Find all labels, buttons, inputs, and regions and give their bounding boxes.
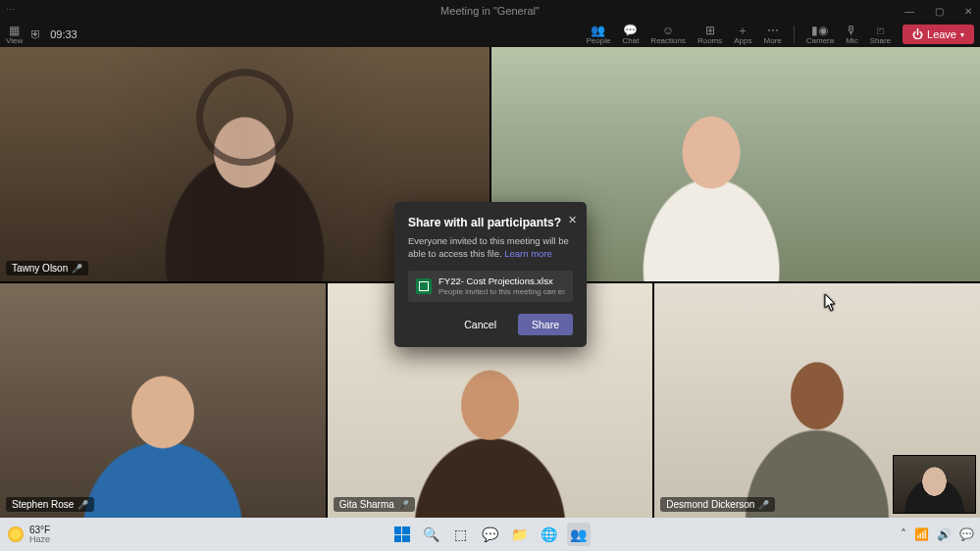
tray-chevron-icon[interactable]: ˄ (901, 527, 906, 541)
system-tray: ˄ 📶 🔊 💬 (901, 527, 974, 541)
participant-name-tag: Stephen Rose 🎤 (6, 497, 94, 512)
apps-button[interactable]: ＋ Apps (734, 24, 751, 45)
chat-bubble-icon: 💬 (482, 526, 498, 542)
mic-icon: 🎤 (398, 500, 409, 510)
camera-button[interactable]: ▮◉ Camera (806, 24, 834, 45)
task-view-button[interactable]: ⬚ (449, 523, 473, 546)
more-icon: ⋯ (767, 24, 779, 36)
titlebar-menu-icon[interactable]: ⋯ (6, 4, 17, 15)
edge-button[interactable]: 🌐 (538, 523, 561, 546)
maximize-icon[interactable]: ▢ (931, 0, 947, 22)
meeting-timer: 09:33 (50, 28, 77, 40)
dialog-close-icon[interactable]: ✕ (568, 214, 577, 226)
grid-icon: ▦ (9, 24, 20, 36)
leave-button[interactable]: ⏻ Leave ▾ (903, 25, 974, 44)
mic-icon: 🎙 (846, 24, 857, 36)
share-dialog: Share with all participants? ✕ Everyone … (394, 202, 587, 347)
network-icon[interactable]: 📶 (914, 527, 929, 541)
rooms-button[interactable]: ⊞ Rooms (697, 24, 722, 45)
cancel-button[interactable]: Cancel (450, 314, 510, 335)
chevron-down-icon: ▾ (960, 30, 964, 39)
rooms-icon: ⊞ (705, 24, 715, 36)
notifications-icon[interactable]: 💬 (959, 527, 974, 541)
view-button[interactable]: ▦ View (6, 24, 23, 45)
windows-taskbar: 63°F Haze 🔍 ⬚ 💬 📁 🌐 👥 ˄ 📶 🔊 💬 (0, 518, 980, 551)
self-view-tile[interactable] (893, 455, 976, 514)
participant-name-tag: Tawny Olson 🎤 (6, 261, 88, 276)
participant-video (0, 283, 326, 518)
folder-icon: 📁 (511, 526, 528, 542)
explorer-button[interactable]: 📁 (508, 523, 532, 546)
start-button[interactable] (390, 523, 414, 546)
people-icon: 👥 (591, 24, 605, 36)
sun-icon (8, 526, 24, 542)
chat-taskbar-button[interactable]: 💬 (479, 523, 502, 546)
more-button[interactable]: ⋯ More (764, 24, 782, 45)
file-permission-label: People invited to this meeting can edit (438, 287, 565, 296)
participant-tile[interactable]: Stephen Rose 🎤 (0, 283, 326, 518)
dialog-body: Everyone invited to this meeting will be… (408, 235, 573, 261)
share-button[interactable]: ⏍ Share (870, 24, 891, 45)
people-button[interactable]: 👥 People (587, 24, 611, 45)
smile-icon: ☺ (662, 24, 674, 36)
chat-icon: 💬 (623, 24, 638, 36)
plus-icon: ＋ (737, 24, 748, 36)
teams-icon: 👥 (570, 526, 587, 542)
weather-temp: 63°F (29, 526, 50, 535)
file-attachment-row[interactable]: FY22- Cost Projections.xlsx People invit… (408, 271, 573, 302)
dialog-title: Share with all participants? (408, 216, 573, 229)
learn-more-link[interactable]: Learn more (504, 248, 552, 259)
meeting-toolbar: ▦ View ⛨ 09:33 👥 People 💬 Chat ☺ Reactio… (0, 22, 980, 47)
mic-button[interactable]: 🎙 Mic (846, 24, 857, 45)
edge-icon: 🌐 (541, 526, 557, 542)
search-icon: 🔍 (423, 526, 439, 542)
reactions-button[interactable]: ☺ Reactions (650, 24, 686, 45)
search-button[interactable]: 🔍 (420, 523, 443, 546)
windows-logo-icon (394, 526, 410, 542)
weather-widget[interactable]: 63°F Haze (0, 526, 50, 544)
task-view-icon: ⬚ (454, 526, 467, 542)
mic-icon: 🎤 (77, 500, 88, 510)
volume-icon[interactable]: 🔊 (937, 527, 952, 541)
share-confirm-button[interactable]: Share (518, 314, 573, 335)
hangup-icon: ⏻ (912, 28, 923, 40)
weather-desc: Haze (29, 535, 50, 544)
minimize-icon[interactable]: ― (902, 0, 917, 22)
mic-icon: 🎤 (72, 264, 82, 274)
window-title: Meeting in "General" (440, 5, 540, 17)
close-icon[interactable]: ✕ (960, 0, 976, 22)
teams-button[interactable]: 👥 (567, 523, 591, 546)
shield-icon[interactable]: ⛨ (30, 27, 42, 41)
participant-name-tag: Gita Sharma 🎤 (334, 497, 415, 512)
file-name: FY22- Cost Projections.xlsx (438, 276, 565, 287)
self-video (894, 456, 975, 513)
window-titlebar: ⋯ Meeting in "General" ― ▢ ✕ (0, 0, 980, 22)
chat-button[interactable]: 💬 Chat (622, 24, 639, 45)
share-tray-icon: ⏍ (877, 24, 884, 36)
camera-icon: ▮◉ (811, 24, 828, 36)
mic-icon: 🎤 (758, 500, 769, 510)
participant-name-tag: Desmond Dickerson 🎤 (660, 497, 775, 512)
excel-file-icon (416, 278, 432, 294)
